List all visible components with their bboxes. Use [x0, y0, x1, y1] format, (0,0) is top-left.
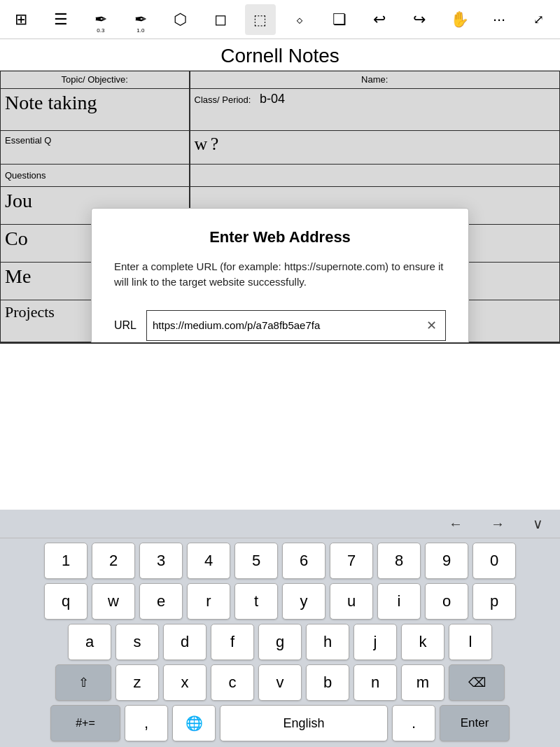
- toolbar-grid-btn[interactable]: ⊞: [6, 4, 36, 35]
- key-period[interactable]: .: [392, 705, 435, 741]
- key-q[interactable]: q: [44, 583, 88, 620]
- toolbar-pen2-btn[interactable]: ✒ 1.0: [125, 4, 156, 35]
- key-0[interactable]: 0: [472, 543, 516, 579]
- keyboard-row-bottom: #+= , 🌐 English . Enter: [3, 705, 557, 741]
- dialog: Enter Web Address Enter a complete URL (…: [91, 208, 469, 344]
- key-e[interactable]: e: [139, 583, 183, 620]
- key-b[interactable]: b: [306, 664, 349, 701]
- key-l[interactable]: l: [449, 624, 492, 660]
- key-v[interactable]: v: [258, 664, 302, 701]
- key-n[interactable]: n: [354, 664, 397, 701]
- key-r[interactable]: r: [187, 583, 230, 620]
- redo-icon: ↪: [413, 11, 426, 29]
- dialog-title: Enter Web Address: [114, 228, 446, 246]
- key-y[interactable]: y: [282, 583, 326, 620]
- nav-down-button[interactable]: ∨: [527, 512, 549, 535]
- toolbar-pen1-btn[interactable]: ✒ 0.3: [85, 4, 116, 35]
- key-7[interactable]: 7: [330, 543, 373, 579]
- key-s[interactable]: s: [115, 624, 159, 660]
- pen1-icon: ✒: [94, 11, 107, 29]
- key-k[interactable]: k: [401, 624, 444, 660]
- toolbar-eraser2-btn[interactable]: ◻: [205, 4, 236, 35]
- keyboard-nav: ← → ∨: [0, 510, 560, 538]
- keyboard-row-asdf: a s d f g h j k l: [3, 624, 557, 660]
- key-h[interactable]: h: [306, 624, 349, 660]
- pen2-icon: ✒: [134, 11, 147, 29]
- key-comma[interactable]: ,: [125, 705, 168, 741]
- keyboard: ← → ∨ 1 2 3 4 5 6 7 8 9 0 q w e r t y u …: [0, 510, 560, 747]
- key-4[interactable]: 4: [187, 543, 230, 579]
- key-i[interactable]: i: [377, 583, 421, 620]
- key-z[interactable]: z: [115, 664, 159, 701]
- keyboard-row-numbers: 1 2 3 4 5 6 7 8 9 0: [3, 543, 557, 579]
- keyboard-row-zxcv: ⇧ z x c v b n m ⌫: [3, 664, 557, 701]
- pen1-badge: 0.3: [97, 27, 104, 34]
- key-shift[interactable]: ⇧: [55, 664, 111, 701]
- url-input-wrap: ✕: [146, 310, 446, 341]
- eraser2-icon: ◻: [214, 11, 227, 29]
- layers-icon: ❏: [332, 11, 346, 29]
- toolbar-layers-btn[interactable]: ❏: [324, 4, 355, 35]
- key-enter[interactable]: Enter: [440, 705, 510, 741]
- cornell-notes-area: Topic/ Objective: Name: Note taking Clas…: [0, 71, 560, 344]
- key-backspace[interactable]: ⌫: [449, 664, 505, 701]
- undo-icon: ↩: [373, 11, 386, 29]
- keyboard-rows: 1 2 3 4 5 6 7 8 9 0 q w e r t y u i o p …: [0, 538, 560, 747]
- nav-forward-button[interactable]: →: [485, 513, 510, 535]
- page-title: Cornell Notes: [0, 39, 560, 71]
- url-input[interactable]: [153, 319, 424, 331]
- hand-icon: ✋: [450, 11, 469, 29]
- key-g[interactable]: g: [258, 624, 302, 660]
- toolbar-select-btn[interactable]: ⬚: [245, 4, 276, 35]
- expand-icon: ⤢: [533, 12, 544, 27]
- key-5[interactable]: 5: [234, 543, 278, 579]
- key-a[interactable]: a: [68, 624, 111, 660]
- key-m[interactable]: m: [401, 664, 444, 701]
- eraser1-icon: ⬡: [174, 11, 187, 29]
- key-8[interactable]: 8: [377, 543, 421, 579]
- pen2-badge: 1.0: [136, 27, 144, 34]
- key-space[interactable]: English: [220, 705, 388, 741]
- toolbar-lasso-btn[interactable]: ⬦: [284, 4, 315, 35]
- key-3[interactable]: 3: [139, 543, 183, 579]
- key-p[interactable]: p: [472, 583, 516, 620]
- key-6[interactable]: 6: [282, 543, 326, 579]
- key-c[interactable]: c: [211, 664, 254, 701]
- key-globe[interactable]: 🌐: [172, 705, 216, 741]
- more-icon: ···: [493, 11, 505, 29]
- key-symbols[interactable]: #+=: [50, 705, 120, 741]
- toolbar: ⊞ ☰ ✒ 0.3 ✒ 1.0 ⬡ ◻ ⬚ ⬦ ❏ ↩ ↪ ✋ ··· ⤢: [0, 0, 560, 39]
- select-icon: ⬚: [253, 11, 267, 28]
- key-x[interactable]: x: [163, 664, 206, 701]
- url-label: URL: [114, 319, 139, 332]
- toolbar-expand-btn[interactable]: ⤢: [524, 4, 554, 35]
- lasso-icon: ⬦: [295, 11, 304, 27]
- key-t[interactable]: t: [234, 583, 278, 620]
- keyboard-row-qwerty: q w e r t y u i o p: [3, 583, 557, 620]
- key-u[interactable]: u: [330, 583, 373, 620]
- toolbar-eraser1-btn[interactable]: ⬡: [165, 4, 196, 35]
- key-2[interactable]: 2: [92, 543, 135, 579]
- key-9[interactable]: 9: [425, 543, 468, 579]
- dialog-overlay: Enter Web Address Enter a complete URL (…: [0, 71, 560, 344]
- grid-icon: ⊞: [15, 11, 27, 29]
- key-f[interactable]: f: [211, 624, 254, 660]
- dialog-url-row: URL ✕: [114, 310, 446, 341]
- url-clear-button[interactable]: ✕: [424, 318, 440, 333]
- dialog-description: Enter a complete URL (for example: https…: [114, 259, 446, 291]
- nav-back-button[interactable]: ←: [443, 513, 468, 535]
- key-o[interactable]: o: [425, 583, 468, 620]
- key-w[interactable]: w: [92, 583, 135, 620]
- toolbar-more-btn[interactable]: ···: [484, 4, 514, 35]
- key-1[interactable]: 1: [44, 543, 88, 579]
- key-d[interactable]: d: [163, 624, 206, 660]
- toolbar-hand-btn[interactable]: ✋: [444, 4, 475, 35]
- toolbar-redo-btn[interactable]: ↪: [404, 4, 435, 35]
- toolbar-list-btn[interactable]: ☰: [46, 4, 76, 35]
- list-icon: ☰: [54, 11, 68, 29]
- key-j[interactable]: j: [354, 624, 397, 660]
- toolbar-undo-btn[interactable]: ↩: [364, 4, 395, 35]
